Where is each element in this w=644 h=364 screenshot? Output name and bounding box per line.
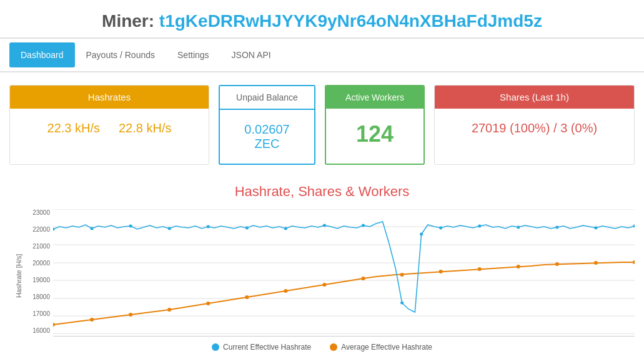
y-axis-label: Hashrate [H/s]	[9, 215, 28, 337]
chart-title: Hashrate, Shares & Workers	[9, 184, 635, 200]
svg-point-20	[517, 265, 520, 268]
workers-card: Active Workers 124	[325, 85, 425, 165]
svg-point-16	[361, 277, 365, 280]
legend-average-icon	[330, 343, 337, 351]
stats-cards: Hashrates 22.3 kH/s 22.8 kH/s Unpaid Bal…	[0, 72, 644, 177]
chart-legend: Current Effective Hashrate Average Effec…	[9, 343, 635, 352]
svg-point-26	[129, 225, 132, 228]
svg-point-19	[478, 267, 482, 271]
svg-point-32	[362, 224, 365, 227]
workers-card-body: 124	[326, 109, 424, 160]
svg-point-11	[167, 308, 171, 312]
nav-dashboard[interactable]: Dashboard	[9, 42, 75, 67]
svg-point-30	[284, 227, 287, 230]
chart-area	[53, 209, 635, 337]
svg-point-29	[245, 227, 249, 230]
unpaid-card: Unpaid Balance 0.02607ZEC	[219, 85, 315, 165]
svg-point-8	[53, 323, 55, 327]
y-tick-labels: 23000 22000 21000 20000 19000 18000 1700…	[28, 209, 53, 334]
svg-point-40	[633, 225, 635, 228]
legend-current-icon	[212, 343, 219, 351]
unpaid-card-body: 0.02607ZEC	[220, 110, 314, 164]
legend-current-label: Current Effective Hashrate	[223, 343, 311, 352]
svg-point-12	[206, 302, 210, 305]
hashrate-card-body: 22.3 kH/s 22.8 kH/s	[10, 109, 209, 148]
svg-point-15	[322, 283, 326, 287]
svg-point-17	[400, 273, 404, 277]
avg-hashrate-line	[53, 262, 635, 325]
chart-section: Hashrate, Shares & Workers Hashrate [H/s…	[0, 177, 644, 364]
svg-point-21	[555, 262, 559, 266]
hashrate-value2: 22.8 kH/s	[119, 121, 171, 135]
svg-point-22	[594, 261, 598, 265]
legend-current: Current Effective Hashrate	[212, 343, 311, 352]
page-header: Miner: t1gKeDRRwHJYYK9yNr64oN4nXBHaFdJmd…	[0, 0, 644, 39]
svg-point-38	[555, 226, 558, 229]
svg-point-24	[53, 228, 55, 231]
svg-point-39	[594, 227, 597, 230]
hashrate-card-header: Hashrates	[10, 86, 209, 109]
svg-point-25	[90, 227, 93, 230]
nav-payouts[interactable]: Payouts / Rounds	[75, 42, 167, 67]
svg-point-27	[168, 227, 171, 230]
svg-point-35	[439, 227, 442, 230]
svg-point-9	[90, 318, 94, 322]
unpaid-card-header: Unpaid Balance	[220, 86, 314, 110]
svg-point-31	[323, 224, 326, 227]
svg-point-28	[207, 225, 210, 229]
shares-value: 27019 (100%) / 3 (0%)	[472, 121, 597, 135]
svg-point-23	[633, 260, 635, 264]
svg-point-34	[420, 233, 423, 236]
shares-card-header: Shares (Last 1h)	[435, 86, 634, 109]
shares-card-body: 27019 (100%) / 3 (0%)	[435, 109, 634, 148]
hashrate-card: Hashrates 22.3 kH/s 22.8 kH/s	[9, 85, 209, 165]
hashrate-value1: 22.3 kH/s	[47, 121, 100, 135]
legend-average: Average Effective Hashrate	[330, 343, 432, 352]
chart-svg	[53, 209, 635, 334]
svg-point-36	[478, 225, 481, 228]
legend-average-label: Average Effective Hashrate	[341, 343, 432, 352]
workers-value: 124	[356, 121, 394, 147]
navigation: Dashboard Payouts / Rounds Settings JSON…	[0, 39, 644, 72]
svg-point-10	[129, 313, 132, 317]
page-title: Miner: t1gKeDRRwHJYYK9yNr64oN4nXBHaFdJmd…	[0, 11, 644, 31]
svg-point-13	[245, 295, 249, 299]
shares-card: Shares (Last 1h) 27019 (100%) / 3 (0%)	[434, 85, 635, 165]
svg-point-18	[439, 270, 443, 273]
svg-point-14	[284, 289, 287, 293]
svg-point-33	[400, 302, 404, 305]
workers-card-header: Active Workers	[326, 86, 424, 109]
nav-settings[interactable]: Settings	[166, 42, 220, 67]
nav-json-api[interactable]: JSON API	[220, 42, 282, 67]
svg-point-37	[517, 226, 520, 229]
